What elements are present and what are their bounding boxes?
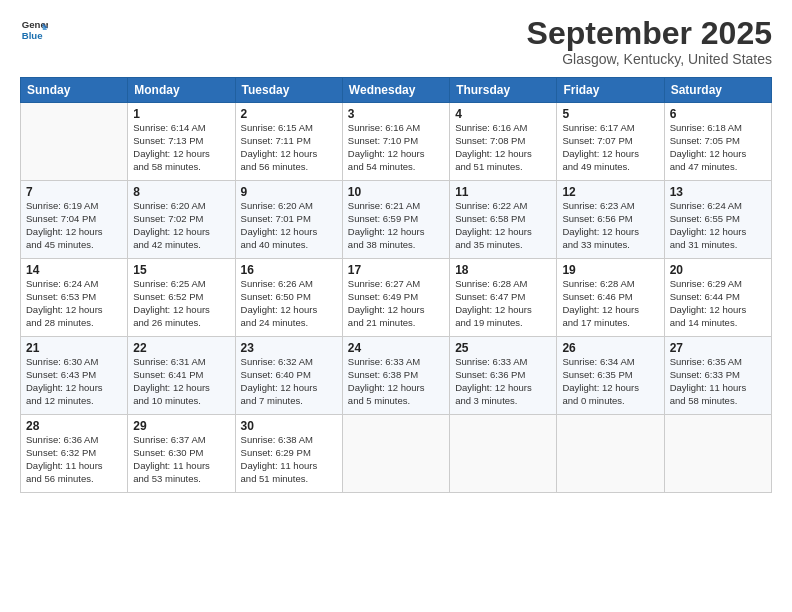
day-info: Sunrise: 6:34 AM Sunset: 6:35 PM Dayligh… <box>562 356 658 407</box>
calendar-cell: 16Sunrise: 6:26 AM Sunset: 6:50 PM Dayli… <box>235 259 342 337</box>
day-number: 21 <box>26 341 122 355</box>
day-info: Sunrise: 6:31 AM Sunset: 6:41 PM Dayligh… <box>133 356 229 407</box>
day-info: Sunrise: 6:17 AM Sunset: 7:07 PM Dayligh… <box>562 122 658 173</box>
weekday-monday: Monday <box>128 78 235 103</box>
day-number: 20 <box>670 263 766 277</box>
calendar-cell: 5Sunrise: 6:17 AM Sunset: 7:07 PM Daylig… <box>557 103 664 181</box>
calendar-cell: 30Sunrise: 6:38 AM Sunset: 6:29 PM Dayli… <box>235 415 342 493</box>
title-block: September 2025 Glasgow, Kentucky, United… <box>527 16 772 67</box>
day-info: Sunrise: 6:23 AM Sunset: 6:56 PM Dayligh… <box>562 200 658 251</box>
calendar-cell: 9Sunrise: 6:20 AM Sunset: 7:01 PM Daylig… <box>235 181 342 259</box>
day-number: 23 <box>241 341 337 355</box>
day-info: Sunrise: 6:24 AM Sunset: 6:55 PM Dayligh… <box>670 200 766 251</box>
day-info: Sunrise: 6:16 AM Sunset: 7:10 PM Dayligh… <box>348 122 444 173</box>
calendar-cell <box>450 415 557 493</box>
day-info: Sunrise: 6:25 AM Sunset: 6:52 PM Dayligh… <box>133 278 229 329</box>
day-number: 14 <box>26 263 122 277</box>
day-number: 30 <box>241 419 337 433</box>
day-info: Sunrise: 6:35 AM Sunset: 6:33 PM Dayligh… <box>670 356 766 407</box>
day-info: Sunrise: 6:24 AM Sunset: 6:53 PM Dayligh… <box>26 278 122 329</box>
calendar-cell: 11Sunrise: 6:22 AM Sunset: 6:58 PM Dayli… <box>450 181 557 259</box>
calendar-cell: 19Sunrise: 6:28 AM Sunset: 6:46 PM Dayli… <box>557 259 664 337</box>
calendar-cell: 29Sunrise: 6:37 AM Sunset: 6:30 PM Dayli… <box>128 415 235 493</box>
day-info: Sunrise: 6:26 AM Sunset: 6:50 PM Dayligh… <box>241 278 337 329</box>
day-number: 5 <box>562 107 658 121</box>
day-info: Sunrise: 6:28 AM Sunset: 6:47 PM Dayligh… <box>455 278 551 329</box>
day-number: 16 <box>241 263 337 277</box>
day-info: Sunrise: 6:33 AM Sunset: 6:36 PM Dayligh… <box>455 356 551 407</box>
day-number: 6 <box>670 107 766 121</box>
day-info: Sunrise: 6:33 AM Sunset: 6:38 PM Dayligh… <box>348 356 444 407</box>
day-number: 7 <box>26 185 122 199</box>
weekday-sunday: Sunday <box>21 78 128 103</box>
day-info: Sunrise: 6:28 AM Sunset: 6:46 PM Dayligh… <box>562 278 658 329</box>
day-info: Sunrise: 6:20 AM Sunset: 7:01 PM Dayligh… <box>241 200 337 251</box>
calendar-cell: 18Sunrise: 6:28 AM Sunset: 6:47 PM Dayli… <box>450 259 557 337</box>
weekday-tuesday: Tuesday <box>235 78 342 103</box>
day-number: 28 <box>26 419 122 433</box>
day-info: Sunrise: 6:37 AM Sunset: 6:30 PM Dayligh… <box>133 434 229 485</box>
day-info: Sunrise: 6:20 AM Sunset: 7:02 PM Dayligh… <box>133 200 229 251</box>
day-info: Sunrise: 6:19 AM Sunset: 7:04 PM Dayligh… <box>26 200 122 251</box>
day-number: 29 <box>133 419 229 433</box>
day-number: 18 <box>455 263 551 277</box>
month-title: September 2025 <box>527 16 772 51</box>
day-number: 17 <box>348 263 444 277</box>
logo-icon: General Blue <box>20 16 48 44</box>
calendar-cell: 20Sunrise: 6:29 AM Sunset: 6:44 PM Dayli… <box>664 259 771 337</box>
day-info: Sunrise: 6:18 AM Sunset: 7:05 PM Dayligh… <box>670 122 766 173</box>
weekday-header-row: SundayMondayTuesdayWednesdayThursdayFrid… <box>21 78 772 103</box>
day-number: 12 <box>562 185 658 199</box>
calendar-cell <box>664 415 771 493</box>
day-number: 1 <box>133 107 229 121</box>
calendar-cell: 7Sunrise: 6:19 AM Sunset: 7:04 PM Daylig… <box>21 181 128 259</box>
day-number: 10 <box>348 185 444 199</box>
week-row-3: 14Sunrise: 6:24 AM Sunset: 6:53 PM Dayli… <box>21 259 772 337</box>
svg-text:Blue: Blue <box>22 30 43 41</box>
day-info: Sunrise: 6:16 AM Sunset: 7:08 PM Dayligh… <box>455 122 551 173</box>
week-row-2: 7Sunrise: 6:19 AM Sunset: 7:04 PM Daylig… <box>21 181 772 259</box>
day-number: 19 <box>562 263 658 277</box>
logo: General Blue <box>20 16 48 44</box>
calendar-table: SundayMondayTuesdayWednesdayThursdayFrid… <box>20 77 772 493</box>
calendar-cell: 2Sunrise: 6:15 AM Sunset: 7:11 PM Daylig… <box>235 103 342 181</box>
week-row-5: 28Sunrise: 6:36 AM Sunset: 6:32 PM Dayli… <box>21 415 772 493</box>
calendar-cell: 27Sunrise: 6:35 AM Sunset: 6:33 PM Dayli… <box>664 337 771 415</box>
day-number: 15 <box>133 263 229 277</box>
calendar-cell: 28Sunrise: 6:36 AM Sunset: 6:32 PM Dayli… <box>21 415 128 493</box>
day-number: 13 <box>670 185 766 199</box>
calendar-cell: 24Sunrise: 6:33 AM Sunset: 6:38 PM Dayli… <box>342 337 449 415</box>
calendar-cell <box>21 103 128 181</box>
week-row-1: 1Sunrise: 6:14 AM Sunset: 7:13 PM Daylig… <box>21 103 772 181</box>
day-number: 26 <box>562 341 658 355</box>
day-info: Sunrise: 6:30 AM Sunset: 6:43 PM Dayligh… <box>26 356 122 407</box>
calendar-cell: 4Sunrise: 6:16 AM Sunset: 7:08 PM Daylig… <box>450 103 557 181</box>
calendar-cell: 3Sunrise: 6:16 AM Sunset: 7:10 PM Daylig… <box>342 103 449 181</box>
day-number: 3 <box>348 107 444 121</box>
calendar-cell: 6Sunrise: 6:18 AM Sunset: 7:05 PM Daylig… <box>664 103 771 181</box>
page: General Blue September 2025 Glasgow, Ken… <box>0 0 792 612</box>
day-number: 4 <box>455 107 551 121</box>
calendar-cell: 13Sunrise: 6:24 AM Sunset: 6:55 PM Dayli… <box>664 181 771 259</box>
location: Glasgow, Kentucky, United States <box>527 51 772 67</box>
day-number: 27 <box>670 341 766 355</box>
weekday-saturday: Saturday <box>664 78 771 103</box>
calendar-cell <box>342 415 449 493</box>
day-info: Sunrise: 6:27 AM Sunset: 6:49 PM Dayligh… <box>348 278 444 329</box>
calendar-cell: 1Sunrise: 6:14 AM Sunset: 7:13 PM Daylig… <box>128 103 235 181</box>
calendar-cell: 12Sunrise: 6:23 AM Sunset: 6:56 PM Dayli… <box>557 181 664 259</box>
day-number: 25 <box>455 341 551 355</box>
day-info: Sunrise: 6:36 AM Sunset: 6:32 PM Dayligh… <box>26 434 122 485</box>
day-info: Sunrise: 6:29 AM Sunset: 6:44 PM Dayligh… <box>670 278 766 329</box>
weekday-friday: Friday <box>557 78 664 103</box>
calendar-cell: 14Sunrise: 6:24 AM Sunset: 6:53 PM Dayli… <box>21 259 128 337</box>
day-number: 22 <box>133 341 229 355</box>
calendar-cell: 21Sunrise: 6:30 AM Sunset: 6:43 PM Dayli… <box>21 337 128 415</box>
calendar-cell: 23Sunrise: 6:32 AM Sunset: 6:40 PM Dayli… <box>235 337 342 415</box>
weekday-wednesday: Wednesday <box>342 78 449 103</box>
calendar-cell: 22Sunrise: 6:31 AM Sunset: 6:41 PM Dayli… <box>128 337 235 415</box>
calendar-cell: 25Sunrise: 6:33 AM Sunset: 6:36 PM Dayli… <box>450 337 557 415</box>
day-number: 9 <box>241 185 337 199</box>
calendar-cell: 8Sunrise: 6:20 AM Sunset: 7:02 PM Daylig… <box>128 181 235 259</box>
calendar-cell <box>557 415 664 493</box>
